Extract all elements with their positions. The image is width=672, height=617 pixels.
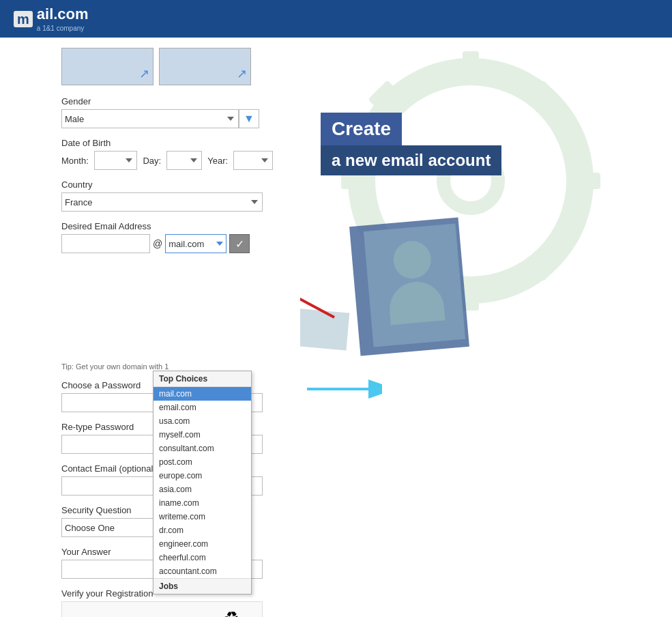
logo-tagline: a 1&1 company xyxy=(37,25,89,32)
top-image-1: ↗ xyxy=(61,48,154,85)
deco-background: Create a new email account xyxy=(300,38,672,617)
headline-create: Create xyxy=(321,113,402,145)
recaptcha-logo: ♻ reCAPTCHA Privacy - Terms xyxy=(210,607,252,618)
header: m ail.com a 1&1 company xyxy=(0,0,672,38)
gender-select[interactable]: Male Female xyxy=(61,109,239,128)
check-button[interactable]: ✓ xyxy=(229,234,250,253)
person-head xyxy=(392,240,433,281)
form-panel: ↗ ↗ Gender Male Female ▼ Date of Birth M… xyxy=(0,38,300,617)
email-label: Desired Email Address xyxy=(61,221,273,231)
dropdown-item-consultant[interactable]: consultant.com xyxy=(154,442,251,455)
tip-text: Tip: Get your own domain with 1 xyxy=(61,362,273,371)
logo-brand: ail.com xyxy=(37,5,89,23)
deco-envelope xyxy=(300,308,349,351)
dropdown-item-asia[interactable]: asia.com xyxy=(154,483,251,496)
top-images: ↗ ↗ xyxy=(61,48,273,85)
dob-row: Month: Day: Year: xyxy=(61,151,273,170)
dropdown-item-myself[interactable]: myself.com xyxy=(154,428,251,442)
top-choices-header: Top Choices xyxy=(154,371,251,387)
at-sign: @ xyxy=(153,238,162,249)
year-label: Year: xyxy=(207,156,228,166)
dropdown-item-accountant[interactable]: accountant.com xyxy=(154,564,251,578)
day-label: Day: xyxy=(143,156,161,166)
dropdown-item-post[interactable]: post.com xyxy=(154,455,251,469)
dob-label: Date of Birth xyxy=(61,138,273,148)
dropdown-item-usa[interactable]: usa.com xyxy=(154,414,251,428)
person-body xyxy=(387,280,445,326)
email-row: @ mail.com email.com usa.com ✓ xyxy=(61,234,273,253)
dropdown-item-mail[interactable]: mail.com xyxy=(154,387,251,401)
dropdown-item-engineer[interactable]: engineer.com xyxy=(154,537,251,551)
svg-rect-2 xyxy=(463,51,479,78)
email-group: Desired Email Address @ mail.com email.c… xyxy=(61,221,273,371)
month-label: Month: xyxy=(61,156,89,166)
domain-select[interactable]: mail.com email.com usa.com xyxy=(165,234,227,253)
email-input[interactable] xyxy=(61,234,150,253)
top-image-2: ↗ xyxy=(159,48,251,85)
domain-select-wrap: mail.com email.com usa.com xyxy=(165,234,227,253)
logo: m ail.com a 1&1 company xyxy=(14,5,89,32)
jobs-header: Jobs xyxy=(154,578,251,594)
month-select[interactable] xyxy=(94,151,138,170)
dropdown-item-dr[interactable]: dr.com xyxy=(154,523,251,537)
arrow-icon-1: ↗ xyxy=(139,66,149,81)
gender-label: Gender xyxy=(61,96,273,106)
country-label: Country xyxy=(61,180,273,190)
headline-new: a new email account xyxy=(321,145,501,175)
gender-group: Gender Male Female ▼ xyxy=(61,96,273,128)
dropdown-item-writeme[interactable]: writeme.com xyxy=(154,510,251,523)
blue-arrow-svg xyxy=(300,372,382,406)
deco-book-front xyxy=(364,223,465,347)
dropdown-item-email[interactable]: email.com xyxy=(154,401,251,414)
main-layout: ↗ ↗ Gender Male Female ▼ Date of Birth M… xyxy=(0,38,672,617)
arrow-icon-2: ↗ xyxy=(237,66,247,81)
recaptcha-box: I'm not a robot ♻ reCAPTCHA Privacy - Te… xyxy=(61,601,263,617)
dob-group: Date of Birth Month: Day: Year: xyxy=(61,138,273,170)
year-select[interactable] xyxy=(233,151,273,170)
logo-m-icon: m xyxy=(14,11,33,27)
country-group: Country France xyxy=(61,180,273,212)
dropdown-item-iname[interactable]: iname.com xyxy=(154,496,251,510)
dropdown-item-europe[interactable]: europe.com xyxy=(154,469,251,483)
dropdown-item-cheerful[interactable]: cheerful.com xyxy=(154,551,251,564)
country-select[interactable]: France xyxy=(61,192,263,212)
recaptcha-icon: ♻ xyxy=(210,607,252,618)
deco-panel: Create a new email account xyxy=(300,38,672,617)
day-select[interactable] xyxy=(166,151,202,170)
gender-button[interactable]: ▼ xyxy=(239,109,259,128)
dropdown-scrollable[interactable]: mail.com email.com usa.com myself.com co… xyxy=(154,387,251,578)
domain-dropdown: Top Choices mail.com email.com usa.com m… xyxy=(153,371,252,594)
gender-row: Male Female ▼ xyxy=(61,109,273,128)
svg-rect-5 xyxy=(573,173,600,189)
